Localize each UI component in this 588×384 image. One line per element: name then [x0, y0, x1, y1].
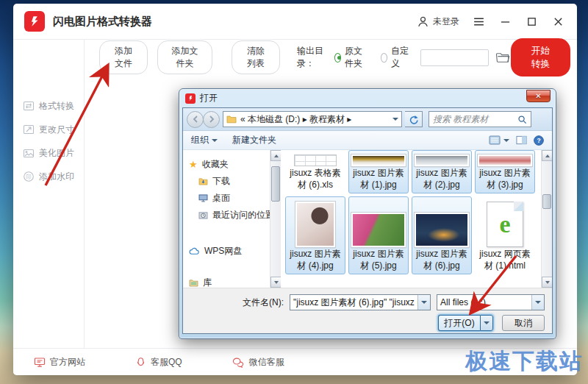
- forward-icon[interactable]: [203, 111, 220, 128]
- clear-list-button[interactable]: 清除列表: [232, 40, 280, 74]
- new-folder-button[interactable]: 新建文件夹: [232, 134, 276, 146]
- browse-folder-icon[interactable]: [495, 51, 511, 64]
- file-item-jpg5[interactable]: jisuxz 图片素材 (5).jpg: [348, 196, 409, 274]
- dialog-close-button[interactable]: ✕: [526, 90, 551, 102]
- dialog-footer: 文件名(N): "jisuxz 图片素材 (6).jpg" "jisuxz 图片…: [183, 288, 552, 333]
- tree-scrollbar[interactable]: [270, 150, 281, 288]
- add-folder-button[interactable]: 添加文件夹: [157, 40, 212, 74]
- scroll-up-icon[interactable]: [542, 150, 552, 161]
- output-path-input[interactable]: [420, 49, 489, 66]
- jpg-thumbnail: [295, 202, 335, 247]
- close-button[interactable]: [551, 14, 565, 29]
- maximize-button[interactable]: [524, 14, 539, 29]
- desktop-icon: [198, 194, 208, 202]
- sidebar-item-watermark[interactable]: 印 添加水印: [13, 165, 84, 188]
- downloads-icon: [198, 177, 208, 185]
- jpg-thumbnail: [478, 154, 532, 166]
- chevron-down-icon: [212, 139, 218, 142]
- file-item-jpg3[interactable]: jisuxz 图片素材 (3).jpg: [475, 150, 535, 193]
- beautify-picture-icon: [23, 147, 35, 159]
- desktop-wallpaper: 闪电图片格式转换器 未登录: [0, 0, 588, 384]
- minimize-button[interactable]: [498, 14, 512, 29]
- format-convert-icon: [23, 100, 35, 112]
- filename-value: "jisuxz 图片素材 (6).jpg" "jisuxz 图片素: [290, 296, 417, 309]
- resize-icon: [23, 124, 35, 135]
- main-toolbar: 添加文件 添加文件夹 清除列表 输出目录： 原文件夹 自定义 开始转换: [85, 40, 577, 75]
- preview-pane-icon[interactable]: [516, 135, 527, 145]
- dialog-navbar: « 本地磁盘 (D:) ▸ 教程素材 ▸ 搜索 教程素材: [183, 108, 552, 131]
- tree-item-downloads[interactable]: 下载: [189, 173, 270, 190]
- sidebar-item-format-convert[interactable]: 格式转换: [13, 94, 84, 118]
- filetype-combobox[interactable]: All files (*.*): [437, 294, 545, 310]
- file-item-jpg2[interactable]: jisuxz 图片素材 (2).jpg: [412, 150, 472, 193]
- scroll-up-icon[interactable]: [270, 150, 282, 161]
- tree-item-recent-places[interactable]: 最近访问的位置: [189, 207, 270, 224]
- file-item-jpg1[interactable]: jisuxz 图片素材 (1).jpg: [348, 150, 409, 193]
- tree-item-desktop[interactable]: 桌面: [189, 190, 270, 207]
- tree-item-libraries[interactable]: 库: [189, 274, 270, 288]
- dialog-body: « 本地磁盘 (D:) ▸ 教程素材 ▸ 搜索 教程素材 组织: [182, 107, 553, 334]
- file-item-jpg4[interactable]: jisuxz 图片素材 (4).jpg: [285, 196, 345, 274]
- file-list: jisuxz 表格素材 (6).xls jisuxz 图片素材 (1).jpg …: [281, 150, 552, 288]
- breadcrumb[interactable]: « 本地磁盘 (D:) ▸ 教程素材 ▸: [223, 111, 402, 127]
- watermark-stamp-icon: 印: [23, 171, 35, 182]
- recent-places-icon: [198, 211, 208, 219]
- svg-text:?: ?: [537, 137, 540, 144]
- radio-on-icon: [334, 53, 341, 63]
- monitor-icon: [34, 357, 46, 368]
- back-icon[interactable]: [187, 111, 204, 128]
- html-file-icon: e: [487, 202, 523, 247]
- app-logo-icon: [24, 11, 45, 32]
- cancel-button[interactable]: 取消: [502, 315, 545, 331]
- radio-original-folder[interactable]: 原文件夹: [334, 45, 369, 70]
- filename-label: 文件名(N):: [243, 296, 284, 309]
- tree-item-favorites[interactable]: ★ 收藏夹: [189, 156, 270, 173]
- wechat-bubbles-icon: [232, 357, 245, 368]
- search-icon[interactable]: [517, 115, 527, 124]
- scrollbar-thumb[interactable]: [542, 194, 551, 209]
- jpg-thumbnail: [415, 213, 469, 247]
- organize-menu[interactable]: 组织: [191, 134, 218, 146]
- user-icon: [417, 15, 429, 28]
- sidebar-item-beautify[interactable]: 美化图片: [13, 141, 84, 165]
- views-button[interactable]: [489, 135, 509, 145]
- xls-file-icon: [294, 154, 337, 166]
- chevron-down-icon[interactable]: [417, 295, 430, 310]
- dialog-title: 打开: [200, 92, 218, 104]
- tree-item-wps-cloud[interactable]: WPS网盘: [189, 243, 270, 260]
- sidebar-item-resize[interactable]: 更改尺寸: [13, 118, 84, 141]
- open-split-button[interactable]: 打开(O): [438, 315, 493, 331]
- folder-icon: [226, 115, 237, 124]
- radio-custom[interactable]: 自定义: [381, 45, 409, 70]
- refresh-icon[interactable]: [405, 111, 423, 127]
- sidebar: 格式转换 更改尺寸 美化图片 印: [13, 40, 85, 348]
- file-item-xls[interactable]: jisuxz 表格素材 (6).xls: [285, 150, 345, 193]
- watermark-text: 极速下载站: [465, 346, 583, 377]
- wechat-service-link[interactable]: 微信客服: [232, 356, 284, 369]
- search-box[interactable]: 搜索 教程素材: [429, 111, 531, 127]
- menu-icon[interactable]: [471, 14, 486, 29]
- official-website-link[interactable]: 官方网站: [34, 356, 85, 369]
- qq-service-link[interactable]: 客服QQ: [135, 356, 182, 369]
- chevron-down-icon[interactable]: [531, 295, 544, 310]
- qq-penguin-icon: [135, 357, 146, 368]
- help-icon[interactable]: ?: [534, 135, 544, 146]
- jpg-thumbnail: [351, 213, 406, 247]
- filename-combobox[interactable]: "jisuxz 图片素材 (6).jpg" "jisuxz 图片素: [290, 294, 431, 310]
- file-list-scrollbar[interactable]: [541, 150, 552, 288]
- open-dropdown-icon[interactable]: [480, 315, 493, 331]
- jpg-thumbnail: [351, 154, 406, 166]
- add-file-button[interactable]: 添加文件: [99, 40, 148, 74]
- breadcrumb-dropdown-icon[interactable]: [392, 118, 398, 121]
- app-titlebar: 闪电图片格式转换器 未登录: [13, 4, 577, 40]
- scrollbar-thumb[interactable]: [271, 166, 280, 202]
- file-item-html[interactable]: e jisuxz 网页素材 (1).html: [475, 196, 535, 274]
- login-status[interactable]: 未登录: [417, 15, 459, 28]
- scroll-down-icon[interactable]: [542, 277, 552, 288]
- search-placeholder: 搜索 教程素材: [433, 113, 517, 126]
- open-button[interactable]: 打开(O): [438, 315, 480, 331]
- start-convert-button[interactable]: 开始转换: [511, 38, 570, 77]
- libraries-icon: [189, 279, 198, 287]
- file-item-jpg6[interactable]: jisuxz 图片素材 (6).jpg: [412, 196, 472, 274]
- scroll-down-icon[interactable]: [270, 277, 282, 288]
